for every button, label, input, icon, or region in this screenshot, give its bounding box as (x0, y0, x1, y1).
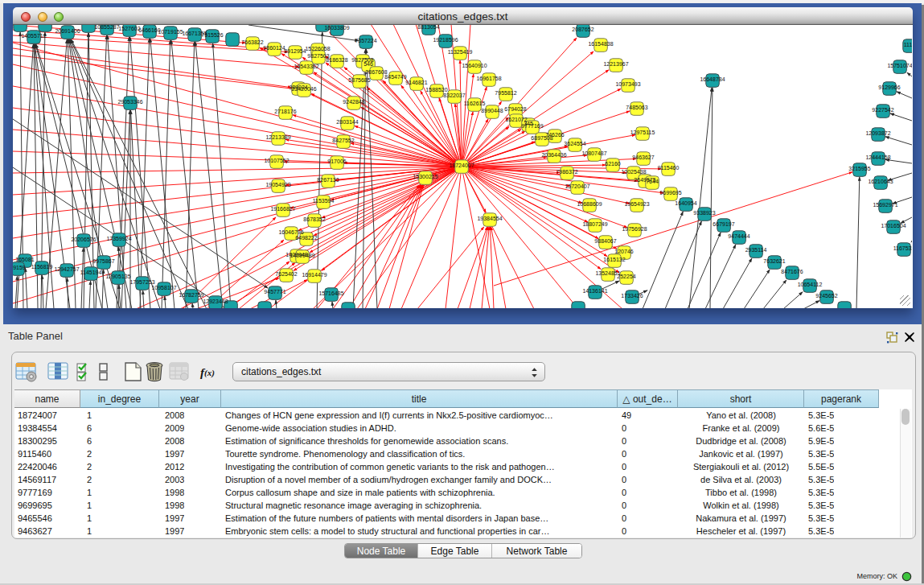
svg-text:15226058: 15226058 (305, 46, 330, 51)
svg-text:62160: 62160 (605, 161, 621, 167)
svg-text:3624554: 3624554 (564, 141, 585, 146)
svg-text:1145194: 1145194 (80, 270, 102, 275)
svg-text:8813054: 8813054 (417, 25, 439, 30)
svg-text:9777169: 9777169 (521, 123, 543, 129)
svg-text:20364436: 20364436 (541, 152, 566, 158)
svg-text:9457771: 9457771 (264, 289, 285, 295)
svg-text:17016504: 17016504 (881, 223, 906, 229)
svg-text:16543382: 16543382 (294, 64, 318, 69)
svg-text:20206576: 20206576 (71, 237, 96, 242)
svg-text:1588520: 1588520 (425, 87, 447, 93)
svg-text:19756928: 19756928 (622, 226, 647, 232)
svg-text:6897508: 6897508 (531, 135, 552, 141)
svg-text:6679197: 6679197 (713, 221, 734, 227)
svg-text:2803144: 2803144 (336, 119, 358, 125)
svg-text:8471676: 8471676 (781, 269, 803, 274)
svg-text:12923448: 12923448 (203, 299, 228, 304)
svg-text:10807487: 10807487 (581, 150, 606, 156)
svg-text:17957253: 17957253 (129, 279, 154, 285)
svg-text:15720407: 15720407 (565, 183, 589, 189)
svg-text:8678352: 8678352 (303, 216, 325, 222)
svg-text:12093872: 12093872 (865, 130, 890, 136)
svg-text:1167533: 1167533 (893, 245, 912, 251)
svg-text:1156819: 1156819 (31, 264, 53, 270)
svg-text:12213967: 12213967 (603, 61, 628, 67)
svg-text:9115460: 9115460 (658, 165, 680, 171)
svg-text:16782759: 16782759 (179, 292, 203, 298)
svg-text:10855287: 10855287 (94, 25, 119, 30)
svg-text:20691406: 20691406 (55, 28, 80, 34)
svg-text:120746: 120746 (614, 249, 633, 254)
svg-text:5875685: 5875685 (348, 77, 370, 83)
svg-text:8427552: 8427552 (332, 138, 354, 143)
svg-text:23420046: 23420046 (291, 86, 316, 92)
svg-text:2935114: 2935114 (745, 247, 767, 253)
svg-text:1527602: 1527602 (118, 26, 140, 31)
svg-text:19166827: 19166827 (270, 206, 295, 212)
svg-text:15640910: 15640910 (462, 63, 487, 68)
svg-text:546: 546 (363, 61, 373, 67)
svg-text:7955812: 7955812 (495, 90, 516, 96)
svg-text:8322037: 8322037 (443, 93, 465, 98)
svg-text:9474444: 9474444 (728, 233, 749, 239)
svg-text:9699695: 9699695 (659, 190, 681, 196)
svg-text:15692971: 15692971 (873, 202, 897, 208)
svg-text:10107552: 10107552 (264, 158, 289, 163)
svg-text:1117: 1117 (904, 42, 912, 47)
svg-text:3215955: 3215955 (848, 166, 870, 171)
svg-text:1153594: 1153594 (313, 198, 335, 204)
svg-text:15300215: 15300215 (413, 174, 437, 179)
svg-text:10688609: 10688609 (577, 201, 602, 207)
svg-text:16046796: 16046796 (278, 229, 303, 235)
svg-text:10973493: 10973493 (615, 81, 640, 87)
svg-text:252254: 252254 (617, 274, 635, 279)
svg-text:9245652: 9245652 (815, 293, 837, 299)
svg-text:11325419: 11325419 (448, 49, 473, 55)
svg-text:7625402: 7625402 (275, 271, 297, 277)
svg-text:9227542: 9227542 (872, 107, 893, 113)
svg-text:7485063: 7485063 (626, 105, 647, 110)
svg-text:9242848: 9242848 (343, 99, 364, 105)
svg-text:18807249: 18807249 (582, 221, 607, 227)
svg-text:8454749: 8454749 (384, 74, 406, 80)
svg-text:8267130: 8267130 (317, 177, 339, 183)
svg-text:10958107: 10958107 (151, 285, 176, 290)
svg-text:6794028: 6794028 (504, 106, 526, 112)
svg-text:16154838: 16154838 (588, 41, 613, 47)
svg-text:7663822: 7663822 (241, 39, 263, 45)
svg-text:18724007: 18724007 (449, 163, 474, 168)
svg-text:19384554: 19384554 (477, 216, 502, 221)
svg-text:12444158: 12444158 (865, 154, 890, 160)
svg-text:7644: 7644 (646, 179, 659, 184)
svg-text:19218596: 19218596 (433, 37, 458, 43)
svg-text:19054923: 19054923 (265, 182, 290, 187)
svg-text:8186328: 8186328 (326, 57, 347, 63)
svg-text:2087652: 2087652 (572, 27, 593, 32)
svg-text:14099489: 14099489 (290, 253, 314, 258)
svg-text:14136141: 14136141 (582, 288, 607, 294)
svg-text:10719155: 10719155 (158, 29, 183, 35)
svg-text:8990448: 8990448 (481, 108, 503, 113)
svg-text:29053346: 29053346 (117, 99, 142, 105)
svg-text:9129966: 9129966 (878, 84, 900, 90)
svg-text:19654923: 19654923 (624, 201, 649, 207)
svg-text:165081: 165081 (15, 257, 34, 262)
svg-text:9338923: 9338923 (693, 210, 715, 216)
svg-text:17359924: 17359924 (106, 236, 131, 241)
svg-text:16914479: 16914479 (302, 272, 326, 278)
svg-text:9463627: 9463627 (632, 154, 654, 160)
svg-text:12213389: 12213389 (265, 134, 290, 140)
svg-text:16033809: 16033809 (324, 25, 349, 31)
svg-text:7986372: 7986372 (556, 169, 577, 175)
svg-text:16210643: 16210643 (868, 179, 893, 184)
svg-text:1615132: 1615132 (603, 257, 625, 262)
svg-text:12942757: 12942757 (54, 266, 79, 272)
svg-text:9860124: 9860124 (263, 45, 285, 51)
svg-text:15751074: 15751074 (887, 63, 912, 68)
svg-text:12905135: 12905135 (105, 274, 130, 279)
svg-text:7632621: 7632621 (763, 258, 785, 264)
svg-text:6498222: 6498222 (295, 235, 317, 241)
svg-text:9884067: 9884067 (594, 238, 616, 244)
svg-text:1640954: 1640954 (675, 200, 696, 206)
svg-text:14055712: 14055712 (21, 33, 46, 39)
